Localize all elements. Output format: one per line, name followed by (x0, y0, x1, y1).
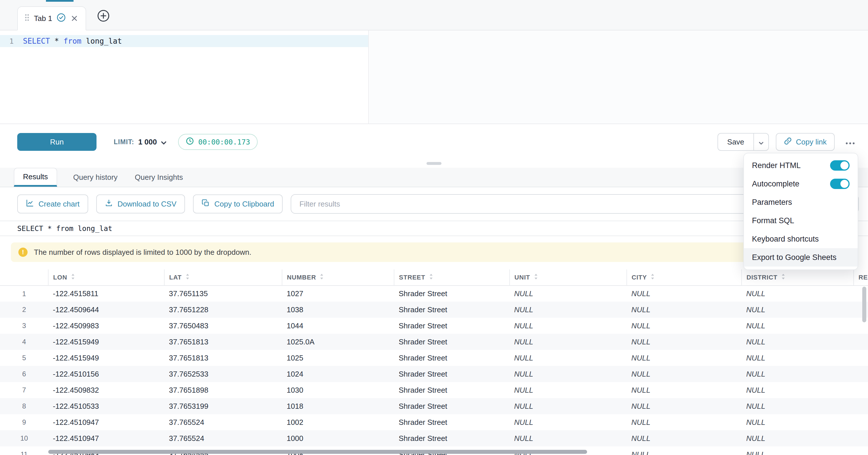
column-label: LON (53, 274, 67, 281)
cell-district: NULL (742, 366, 854, 382)
sort-icon[interactable] (781, 273, 785, 281)
cell-lon: -122.4515949 (48, 350, 164, 366)
vertical-scrollbar[interactable] (862, 287, 866, 322)
tab-query-insights[interactable]: Query Insights (133, 168, 184, 187)
menu-item-render-html[interactable]: Render HTML (744, 156, 858, 175)
chevron-down-icon (161, 137, 166, 147)
pane-resize-handle[interactable] (427, 162, 441, 165)
cell-city: NULL (627, 334, 742, 350)
sort-icon[interactable] (71, 273, 75, 281)
run-button[interactable]: Run (17, 133, 96, 151)
editor-tab-bar: Tab 1 (0, 0, 868, 30)
tab-tab1[interactable]: Tab 1 (17, 6, 86, 30)
cell-lat: 37.7651813 (164, 350, 282, 366)
row-number: 6 (0, 366, 48, 382)
cell-street: Shrader Street (394, 382, 509, 398)
header-re[interactable]: RE (854, 269, 868, 285)
toolbar-right-group: Save Copy link (717, 133, 859, 151)
cell-district: NULL (742, 285, 854, 302)
save-dropdown-button[interactable] (753, 133, 769, 151)
download-csv-button[interactable]: Download to CSV (96, 194, 185, 213)
cell-street: Shrader Street (394, 285, 509, 302)
header-street[interactable]: STREET (394, 269, 509, 285)
drag-handle-icon[interactable] (25, 14, 29, 23)
row-number: 10 (0, 430, 48, 446)
horizontal-scrollbar[interactable] (48, 450, 587, 454)
render-html-toggle[interactable] (830, 160, 849, 171)
header-city[interactable]: CITY (627, 269, 742, 285)
column-label: DISTRICT (746, 274, 777, 281)
ellipsis-icon (846, 138, 855, 147)
row-number: 3 (0, 318, 48, 334)
row-number: 1 (0, 285, 48, 302)
cell-lon: -122.4515949 (48, 334, 164, 350)
header-district[interactable]: DISTRICT (742, 269, 854, 285)
code-pane[interactable]: 1 SELECT * from long_lat (0, 30, 368, 123)
add-tab-button[interactable] (96, 9, 111, 24)
cell-re (854, 382, 868, 398)
cell-district: NULL (742, 398, 854, 414)
menu-item-label: Autocomplete (752, 180, 799, 188)
table-row[interactable]: 5 -122.4515949 37.7651813 1025 Shrader S… (0, 350, 868, 366)
menu-item-label: Export to Google Sheets (752, 253, 836, 262)
table-header-row: LON LAT NUMBER STREET UNIT CITY DISTRICT… (0, 269, 868, 285)
header-lat[interactable]: LAT (164, 269, 282, 285)
cell-district: NULL (742, 430, 854, 446)
cell-re (854, 350, 868, 366)
cell-number: 1018 (282, 398, 394, 414)
cell-lat: 37.7651135 (164, 285, 282, 302)
table-row[interactable]: 2 -122.4509644 37.7651228 1038 Shrader S… (0, 302, 868, 318)
more-options-button[interactable] (842, 133, 859, 151)
table-row[interactable]: 3 -122.4509983 37.7650483 1044 Shrader S… (0, 318, 868, 334)
tab-query-history[interactable]: Query history (72, 168, 119, 187)
menu-item-label: Render HTML (752, 161, 801, 170)
cell-street: Shrader Street (394, 398, 509, 414)
sql-editor-app: Tab 1 1 SELECT * from long_lat Run L (0, 0, 868, 455)
code-line-1[interactable]: 1 SELECT * from long_lat (0, 35, 368, 47)
save-button[interactable]: Save (717, 133, 753, 151)
table-row[interactable]: 1 -122.4515811 37.7651135 1027 Shrader S… (0, 285, 868, 302)
table-row[interactable]: 8 -122.4510533 37.7653199 1018 Shrader S… (0, 398, 868, 414)
table-row[interactable]: 4 -122.4515949 37.7651813 1025.0A Shrade… (0, 334, 868, 350)
table-row[interactable]: 6 -122.4510156 37.7652533 1024 Shrader S… (0, 366, 868, 382)
cell-unit: NULL (509, 302, 627, 318)
row-number: 7 (0, 382, 48, 398)
sort-icon[interactable] (650, 273, 655, 281)
cell-unit: NULL (509, 334, 627, 350)
table-row[interactable]: 10 -122.4510947 37.765524 1000 Shrader S… (0, 430, 868, 446)
header-lon[interactable]: LON (48, 269, 164, 285)
menu-item-export-google-sheets[interactable]: Export to Google Sheets (744, 248, 858, 267)
results-table: LON LAT NUMBER STREET UNIT CITY DISTRICT… (0, 269, 868, 455)
limit-dropdown[interactable]: LIMIT: 1 000 (114, 137, 166, 147)
menu-item-autocomplete[interactable]: Autocomplete (744, 175, 858, 193)
autocomplete-toggle[interactable] (830, 179, 849, 189)
results-table-area: LON LAT NUMBER STREET UNIT CITY DISTRICT… (0, 269, 868, 455)
cell-unit: NULL (509, 414, 627, 430)
copy-link-button[interactable]: Copy link (776, 133, 835, 151)
cell-re (854, 334, 868, 350)
tab-results[interactable]: Results (14, 168, 57, 187)
line-number: 1 (0, 37, 23, 46)
header-number[interactable]: NUMBER (282, 269, 394, 285)
header-unit[interactable]: UNIT (509, 269, 627, 285)
copy-to-clipboard-button[interactable]: Copy to Clipboard (193, 194, 283, 213)
sort-icon[interactable] (185, 273, 190, 281)
create-chart-button[interactable]: Create chart (17, 194, 88, 213)
sort-icon[interactable] (319, 273, 324, 281)
menu-item-format-sql[interactable]: Format SQL (744, 211, 858, 230)
tab-label: Tab 1 (34, 14, 52, 23)
sort-icon[interactable] (429, 273, 433, 281)
plus-circle-icon (96, 9, 111, 25)
close-tab-icon[interactable] (70, 14, 79, 23)
copy-link-label: Copy link (796, 138, 827, 147)
menu-item-keyboard-shortcuts[interactable]: Keyboard shortcuts (744, 230, 858, 248)
download-csv-label: Download to CSV (118, 200, 176, 209)
sort-icon[interactable] (534, 273, 538, 281)
table-row[interactable]: 9 -122.4510947 37.765524 1002 Shrader St… (0, 414, 868, 430)
row-number: 11 (0, 446, 48, 455)
cell-lat: 37.7650483 (164, 318, 282, 334)
menu-item-parameters[interactable]: Parameters (744, 193, 858, 211)
cell-number: 1025.0A (282, 334, 394, 350)
table-row[interactable]: 7 -122.4509832 37.7651898 1030 Shrader S… (0, 382, 868, 398)
sql-editor[interactable]: 1 SELECT * from long_lat (0, 30, 868, 124)
